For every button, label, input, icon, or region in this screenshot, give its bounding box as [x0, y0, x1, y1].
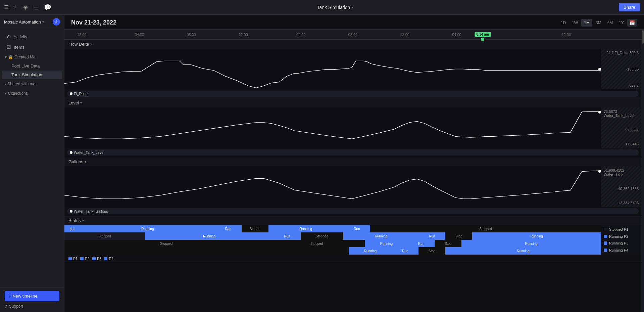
- simulation-title[interactable]: Tank Simulation ▾: [317, 5, 353, 10]
- sidebar-item-activity[interactable]: ⊙ Activity: [2, 32, 62, 42]
- flow-delta-chevron[interactable]: ▾: [90, 42, 92, 46]
- layers-icon[interactable]: ◈: [23, 4, 28, 11]
- ruler-tick-1: 04:00: [135, 33, 144, 37]
- p2-seg-5: Run: [418, 232, 445, 240]
- gallons-chevron[interactable]: ▾: [85, 160, 86, 164]
- gallons-body: 51,900.4102 Water_Tank 40,362.1865 12,33…: [64, 166, 641, 207]
- level-panel: Level ▾ 73.5873: [64, 98, 641, 157]
- level-series-name: Water_Tank_Level: [604, 114, 634, 118]
- p2-checkbox[interactable]: P2: [80, 257, 89, 261]
- activity-label: Activity: [13, 34, 27, 39]
- p4-label: P4: [109, 257, 113, 261]
- status-chevron[interactable]: ▾: [82, 219, 84, 222]
- time-btn-1y[interactable]: 1Y: [616, 19, 627, 27]
- level-right-axis: 73.5873 Water_Tank_Level 57.2581 17.6448: [601, 107, 641, 148]
- support-link[interactable]: ? Support: [5, 304, 59, 309]
- sim-title-text: Tank Simulation: [317, 5, 350, 10]
- flow-delta-title: Flow Delta: [68, 42, 89, 47]
- gallons-axis-mid: 40,362.1865: [618, 187, 639, 191]
- calendar-button[interactable]: 📅: [627, 19, 637, 27]
- ruler-tick-6: 12:00: [400, 33, 409, 37]
- chevron-down-icon: ▾: [5, 55, 7, 59]
- p4-checkbox[interactable]: P4: [104, 257, 113, 261]
- hamburger-icon[interactable]: ☰: [4, 4, 9, 10]
- p3-seg-5: Running: [461, 240, 601, 247]
- timeline-ruler: 12:00 04:00 08:00 12:00 04:00 08:00 12:0…: [64, 30, 641, 40]
- time-btn-1w[interactable]: 1W: [569, 19, 581, 27]
- scrollbar-right[interactable]: [641, 30, 644, 312]
- top-bar-right: Share: [619, 3, 640, 11]
- gallons-current-dot: [598, 170, 601, 173]
- chart-icon[interactable]: ⚌: [33, 4, 39, 11]
- level-axis-top: 73.5873 Water_Tank_Level: [604, 109, 639, 118]
- plus-icon[interactable]: +: [14, 4, 18, 11]
- p3-seg-1: Stopped: [268, 240, 365, 247]
- time-range-buttons: 1D 1W 1M 3M 6M 1Y 📅: [558, 19, 637, 27]
- main-container: Mosaic Automation ▾ J ⊙ Activity ☑ Items…: [0, 15, 644, 312]
- time-btn-1d[interactable]: 1D: [558, 19, 568, 27]
- share-button[interactable]: Share: [619, 3, 640, 11]
- p1-seg-3: Stoppe: [242, 225, 268, 232]
- sidebar-created-section[interactable]: ▾ 🔒 Created Me: [0, 53, 64, 61]
- workspace-name: Mosaic Automation ▾: [4, 19, 44, 25]
- level-title: Level: [68, 100, 79, 105]
- time-btn-6m[interactable]: 6M: [605, 19, 616, 27]
- main-content: Nov 21-23, 2022 1D 1W 1M 3M 6M 1Y 📅 12:0…: [64, 15, 644, 312]
- sidebar-nav: ⊙ Activity ☑ Items ▾ 🔒 Created Me Pool L…: [0, 29, 64, 287]
- ruler-tick-8: 12:00: [562, 33, 571, 37]
- status-header: Status ▾: [64, 216, 641, 225]
- activity-icon: ⊙: [7, 34, 11, 39]
- p3-seg-3: Run: [408, 240, 435, 247]
- legend-item-p2: Running P2: [604, 234, 639, 238]
- flow-axis-top: 24.7 Fl_Delta 300.5: [606, 51, 639, 55]
- p1-seg-0: ped: [64, 225, 81, 232]
- legend-box-running-p3: [604, 241, 607, 245]
- p2-seg-2: Run: [274, 232, 301, 240]
- legend-p2-label: Running P2: [609, 234, 629, 238]
- gallons-svg: [64, 166, 601, 207]
- gallons-series-name: Water_Tank: [604, 172, 623, 176]
- ruler-tick-4: 04:00: [296, 33, 306, 37]
- sidebar-item-tank-simulation[interactable]: Tank Simulation: [2, 71, 62, 79]
- p2-label: P2: [85, 257, 89, 261]
- level-chevron[interactable]: ▾: [80, 101, 82, 105]
- p4-seg-1: Running: [349, 247, 392, 255]
- p4-seg-4: Running: [445, 247, 601, 255]
- current-time-dot: [481, 38, 484, 41]
- p2-seg-7: Running: [472, 232, 601, 240]
- legend-item-p3: Running P3: [604, 241, 639, 245]
- ruler-tick-7: 04:00: [452, 33, 461, 37]
- sidebar-bottom: + New timeline ? Support: [0, 287, 64, 312]
- legend-box-stopped: [604, 228, 607, 231]
- shared-label: Shared with me: [7, 82, 35, 86]
- sidebar-workspace[interactable]: Mosaic Automation ▾ J: [0, 15, 64, 29]
- flow-right-axis: 24.7 Fl_Delta 300.5 -153.35 -607.2: [601, 49, 641, 89]
- scrollbar-thumb[interactable]: [642, 30, 644, 44]
- time-btn-1m[interactable]: 1M: [581, 19, 592, 27]
- comment-icon[interactable]: 💬: [44, 4, 51, 11]
- gallons-tag-text: Water_Tank_Gallons: [74, 209, 108, 213]
- p1-seg-5: Run: [343, 225, 370, 232]
- time-btn-3m[interactable]: 3M: [593, 19, 604, 27]
- gallons-title: Gallons: [68, 159, 83, 164]
- p1-seg-6: Stopped: [370, 225, 601, 232]
- p1-checkbox[interactable]: P1: [68, 257, 78, 261]
- p2-seg-0: Stopped: [64, 232, 145, 240]
- sidebar-collections-section[interactable]: ▾ Collections: [0, 89, 64, 98]
- sidebar-shared-section[interactable]: › Shared with me: [0, 80, 64, 88]
- support-label: Support: [9, 304, 23, 309]
- gallons-header: Gallons ▾: [64, 157, 641, 166]
- flow-delta-chart: [64, 49, 601, 89]
- ruler-tick-0: 12:00: [77, 33, 87, 37]
- new-timeline-button[interactable]: + New timeline: [5, 291, 59, 301]
- sidebar-item-pool-live[interactable]: Pool Live Data: [2, 62, 62, 70]
- sidebar-item-items[interactable]: ☑ Items: [2, 42, 62, 52]
- p3-checkbox-box: [92, 257, 96, 260]
- flow-tag-text: Fl_Delta: [74, 92, 88, 96]
- p3-checkbox[interactable]: P3: [92, 257, 101, 261]
- gallons-chart-svg-area: [64, 166, 601, 207]
- level-dot-icon: [70, 151, 72, 154]
- gallons-axis-bot: 12,334.3496: [618, 201, 639, 205]
- sidebar: Mosaic Automation ▾ J ⊙ Activity ☑ Items…: [0, 15, 64, 312]
- p1-seg-2: Run: [215, 225, 242, 232]
